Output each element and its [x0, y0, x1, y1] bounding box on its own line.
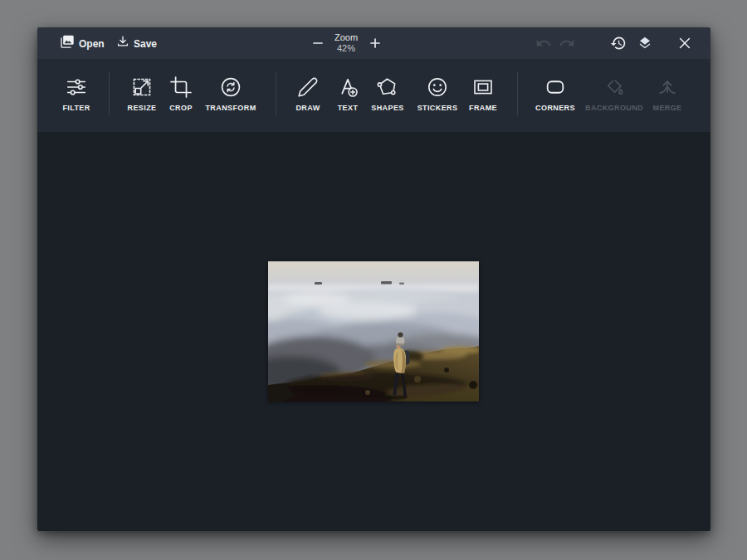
tool-label: SHAPES [371, 104, 403, 112]
undo-button[interactable] [535, 35, 552, 51]
zoom-indicator: Zoom 42% [325, 32, 367, 54]
photo-layer[interactable] [268, 261, 479, 402]
photo-image [268, 261, 479, 402]
tool-label: FILTER [62, 104, 90, 112]
tool-frame[interactable]: FRAME [456, 59, 510, 132]
zoom-value: 42% [325, 43, 367, 54]
image-editor-window: Open Save Zoom 42% [37, 27, 710, 531]
tool-label: DRAW [295, 104, 320, 112]
zoom-in-icon [369, 37, 382, 50]
desktop-background: Open Save Zoom 42% [0, 0, 747, 560]
resize-icon [131, 76, 153, 98]
toolbar-divider [517, 72, 518, 115]
open-button[interactable]: Open [59, 34, 105, 53]
zoom-out-button[interactable] [311, 37, 325, 50]
history-icon [610, 35, 627, 51]
smiley-icon [427, 76, 448, 98]
rotate-icon [220, 76, 242, 98]
layers-icon [637, 35, 653, 51]
save-button-label: Save [134, 37, 157, 49]
pencil-icon [297, 76, 319, 98]
tool-label: FRAME [469, 104, 497, 112]
close-button[interactable] [676, 35, 693, 51]
text-add-icon [337, 76, 359, 98]
tool-crop[interactable]: CROP [154, 59, 208, 132]
tool-label: TRANSFORM [205, 104, 256, 112]
download-icon [115, 35, 130, 52]
history-button[interactable] [610, 35, 627, 51]
tools-toolbar: FILTER RESIZE [37, 59, 710, 132]
layers-button[interactable] [637, 35, 653, 51]
close-icon [676, 35, 693, 51]
redo-button[interactable] [559, 35, 575, 51]
top-toolbar: Open Save Zoom 42% [37, 27, 710, 59]
tool-corners[interactable]: CORNERS [529, 59, 582, 132]
canvas-area[interactable] [37, 132, 710, 531]
tool-label: RESIZE [128, 104, 157, 112]
photo-library-icon [59, 34, 76, 53]
rounded-rectangle-icon [544, 76, 566, 98]
sliders-icon [66, 76, 87, 98]
merge-arrow-icon [657, 76, 678, 98]
crop-icon [170, 76, 192, 98]
tool-transform[interactable]: TRANSFORM [204, 59, 257, 132]
tool-background[interactable]: BACKGROUND [584, 59, 644, 132]
tool-shapes[interactable]: SHAPES [361, 59, 414, 132]
zoom-label: Zoom [325, 32, 367, 43]
tool-label: CROP [169, 104, 193, 112]
frame-icon [472, 76, 494, 98]
undo-icon [535, 35, 552, 51]
toolbar-divider [276, 72, 276, 115]
zoom-in-button[interactable] [369, 37, 382, 50]
tool-label: STICKERS [417, 104, 458, 112]
redo-icon [559, 35, 575, 51]
tool-filter[interactable]: FILTER [50, 59, 103, 132]
polygon-icon [377, 76, 398, 98]
tool-label: BACKGROUND [585, 104, 643, 112]
tool-label: MERGE [652, 104, 681, 112]
paint-bucket-icon [603, 76, 625, 98]
tool-label: CORNERS [535, 104, 575, 112]
toolbar-divider [109, 72, 110, 115]
save-button[interactable]: Save [115, 35, 157, 52]
zoom-out-icon [311, 37, 325, 50]
open-button-label: Open [79, 37, 105, 49]
tool-merge[interactable]: MERGE [641, 59, 694, 132]
tool-label: TEXT [338, 104, 359, 112]
